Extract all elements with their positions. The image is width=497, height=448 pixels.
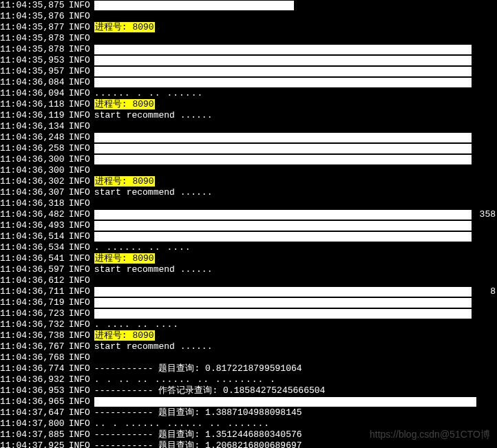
redacted-content	[94, 56, 472, 65]
log-level: INFO	[69, 418, 90, 429]
start-recommend-msg: start recommend ......	[94, 264, 213, 275]
query-value: 1.3887104988098145	[205, 407, 302, 418]
log-level: INFO	[69, 330, 90, 341]
query-label: 题目查询:	[158, 440, 200, 448]
timestamp: 11:04:36,300	[0, 165, 65, 176]
query-value: 1.2068216800689697	[205, 440, 302, 448]
log-line: 11:04:36,738INFO进程号: 8090	[0, 330, 497, 341]
timestamp: 11:04:36,258	[0, 143, 65, 154]
log-line: 11:04:36,134INFO	[0, 121, 497, 132]
timestamp: 11:04:36,597	[0, 264, 65, 275]
timestamp: 11:04:36,719	[0, 297, 65, 308]
trail-text: 358	[480, 209, 496, 220]
log-level: INFO	[69, 209, 90, 220]
timestamp: 11:04:35,878	[0, 33, 65, 44]
log-line: 11:04:36,767INFOstart recommend ......	[0, 341, 497, 352]
timestamp: 11:04:35,877	[0, 22, 65, 33]
timestamp: 11:04:36,932	[0, 374, 65, 385]
log-level: INFO	[69, 374, 90, 385]
log-line: 11:04:37,647INFO----------- 题目查询: 1.3887…	[0, 407, 497, 418]
log-level: INFO	[69, 110, 90, 121]
redacted-content	[94, 210, 472, 220]
log-level: INFO	[69, 154, 90, 165]
log-level: INFO	[69, 407, 90, 418]
redacted-content	[94, 144, 472, 153]
query-label: 题目查询:	[158, 363, 200, 374]
query-line: ----------- 作答记录查询: 0.18584275245666504	[94, 385, 326, 396]
log-level: INFO	[69, 0, 90, 11]
log-level: INFO	[69, 33, 90, 44]
process-id-highlight: 进程号: 8090	[94, 330, 155, 341]
timestamp: 11:04:35,875	[0, 0, 65, 11]
timestamp: 11:04:36,300	[0, 154, 65, 165]
log-level: INFO	[69, 319, 90, 330]
dotted-text: . . .. .. ...... .. ........ .	[94, 374, 276, 385]
timestamp: 11:04:36,119	[0, 110, 65, 121]
log-level: INFO	[69, 88, 90, 99]
process-id-highlight: 进程号: 8090	[94, 176, 155, 186]
timestamp: 11:04:36,612	[0, 275, 65, 286]
log-line: 11:04:36,300INFO	[0, 165, 497, 176]
timestamp: 11:04:36,738	[0, 330, 65, 341]
timestamp: 11:04:37,925	[0, 440, 65, 448]
log-line: 11:04:36,307INFOstart recommend ......	[0, 187, 497, 198]
log-level: INFO	[69, 143, 90, 154]
log-line: 11:04:36,768INFO	[0, 352, 497, 363]
redacted-content	[94, 133, 472, 142]
log-line: 11:04:36,119INFOstart recommend ......	[0, 110, 497, 121]
log-line: 11:04:36,118INFO进程号: 8090	[0, 99, 497, 110]
dotted-text: . ...... .. ....	[94, 242, 191, 253]
log-line: 11:04:37,925INFO----------- 题目查询: 1.2068…	[0, 440, 497, 448]
timestamp: 11:04:36,732	[0, 319, 65, 330]
redacted-content	[94, 155, 472, 164]
log-level: INFO	[69, 308, 90, 319]
timestamp: 11:04:36,482	[0, 209, 65, 220]
log-line: 11:04:35,878INFO	[0, 33, 497, 44]
process-id-highlight: 进程号: 8090	[94, 99, 155, 109]
log-level: INFO	[69, 44, 90, 55]
dotted-text: ...... . .. ......	[94, 88, 203, 99]
query-label: 题目查询:	[158, 407, 200, 418]
log-level: INFO	[69, 165, 90, 176]
timestamp: 11:04:36,084	[0, 77, 65, 88]
timestamp: 11:04:36,118	[0, 99, 65, 110]
timestamp: 11:04:36,953	[0, 385, 65, 396]
log-line: 11:04:36,719INFO	[0, 297, 497, 308]
timestamp: 11:04:36,318	[0, 198, 65, 209]
log-level: INFO	[69, 297, 90, 308]
trail-text: 8	[490, 286, 496, 297]
redacted-content	[94, 287, 472, 297]
log-line: 11:04:36,318INFO	[0, 198, 497, 209]
query-label: 作答记录查询:	[158, 385, 218, 396]
log-line: 11:04:37,800INFO.. . ...... ...... .. ..…	[0, 418, 497, 429]
timestamp: 11:04:36,534	[0, 242, 65, 253]
query-line: ----------- 题目查询: 0.8172218799591064	[94, 363, 302, 374]
log-line: 11:04:36,514INFO	[0, 231, 497, 242]
log-line: 11:04:36,493INFO	[0, 220, 497, 231]
log-line: 11:04:36,953INFO----------- 作答记录查询: 0.18…	[0, 385, 497, 396]
log-level: INFO	[69, 352, 90, 363]
timestamp: 11:04:36,134	[0, 121, 65, 132]
log-line: 11:04:36,534INFO. ...... .. ....	[0, 242, 497, 253]
timestamp: 11:04:36,302	[0, 176, 65, 187]
log-line: 11:04:36,612INFO	[0, 275, 497, 286]
timestamp: 11:04:35,953	[0, 55, 65, 66]
timestamp: 11:04:35,957	[0, 66, 65, 77]
log-line: 11:04:36,597INFOstart recommend ......	[0, 264, 497, 275]
timestamp: 11:04:36,493	[0, 220, 65, 231]
redacted-content	[94, 232, 472, 242]
log-line: 11:04:36,732INFO. .... .. ....	[0, 319, 497, 330]
log-level: INFO	[69, 341, 90, 352]
process-id-highlight: 进程号: 8090	[94, 22, 155, 32]
timestamp: 11:04:36,248	[0, 132, 65, 143]
dotted-text: . .... .. ....	[94, 319, 179, 330]
log-level: INFO	[69, 132, 90, 143]
log-line: 11:04:36,084INFO	[0, 77, 497, 88]
timestamp: 11:04:36,711	[0, 286, 65, 297]
log-line: 11:04:35,876INFO	[0, 11, 497, 22]
redacted-content	[94, 78, 472, 87]
timestamp: 11:04:37,885	[0, 429, 65, 440]
log-level: INFO	[69, 99, 90, 110]
redacted-content	[94, 1, 294, 10]
log-level: INFO	[69, 429, 90, 440]
